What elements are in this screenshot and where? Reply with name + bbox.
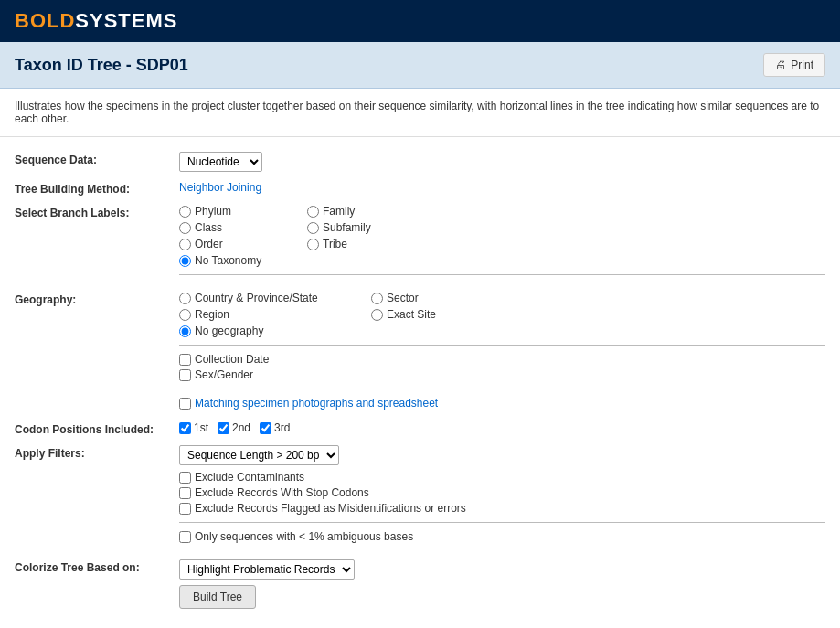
title-bar: Taxon ID Tree - SDP01 🖨 Print	[0, 42, 840, 89]
exclude-contaminants-label[interactable]: Exclude Contaminants	[179, 471, 825, 484]
geo-grid: Country & Province/State Sector Region E…	[179, 292, 825, 321]
radio-order[interactable]: Order	[179, 238, 298, 250]
no-geography-row: No geography	[179, 325, 825, 337]
radio-sector-input[interactable]	[371, 293, 383, 304]
radio-phylum-label: Phylum	[195, 205, 231, 218]
description-text: Illustrates how the specimens in the pro…	[15, 100, 819, 125]
description: Illustrates how the specimens in the pro…	[0, 89, 840, 137]
radio-region-input[interactable]	[179, 309, 191, 321]
collection-date-checkbox[interactable]	[179, 354, 191, 366]
tree-building-method-row: Tree Building Method: Neighbor Joining	[15, 181, 825, 196]
radio-family-input[interactable]	[307, 206, 319, 218]
separator-1	[179, 274, 825, 275]
radio-exact-site-input[interactable]	[371, 309, 383, 321]
exclude-flagged-checkbox[interactable]	[179, 503, 191, 515]
colorize-row: Colorize Tree Based on: Highlight Proble…	[15, 559, 825, 609]
radio-no-geography-input[interactable]	[179, 325, 191, 337]
sequence-data-select[interactable]: Nucleotide Amino Acid	[179, 152, 262, 172]
radio-class[interactable]: Class	[179, 221, 298, 234]
only-sequences-label[interactable]: Only sequences with < 1% ambiguous bases	[179, 530, 825, 543]
matching-link[interactable]: Matching specimen photographs and spread…	[195, 397, 438, 410]
radio-order-input[interactable]	[179, 239, 191, 250]
sex-gender-checkbox-label[interactable]: Sex/Gender	[179, 368, 825, 381]
exclude-stop-codons-label[interactable]: Exclude Records With Stop Codons	[179, 486, 825, 499]
radio-exact-site[interactable]: Exact Site	[371, 308, 517, 321]
colorize-select[interactable]: Highlight Problematic Records Taxonomy G…	[179, 559, 355, 580]
codon-2nd-text: 2nd	[232, 421, 250, 434]
filter-select-row: Sequence Length > 200 bp Sequence Length…	[179, 445, 825, 465]
collection-date-checkbox-label[interactable]: Collection Date	[179, 353, 825, 366]
radio-phylum[interactable]: Phylum	[179, 205, 298, 218]
exclude-contaminants-text: Exclude Contaminants	[195, 471, 304, 484]
separator-2	[179, 345, 825, 346]
print-button[interactable]: 🖨 Print	[763, 53, 825, 77]
logo-systems: SYSTEMS	[75, 9, 177, 33]
sex-gender-text: Sex/Gender	[195, 368, 253, 381]
radio-subfamily-label: Subfamily	[323, 221, 371, 234]
radio-order-label: Order	[195, 238, 223, 250]
exclude-stop-codons-text: Exclude Records With Stop Codons	[195, 486, 369, 499]
radio-subfamily-input[interactable]	[307, 222, 319, 234]
app-header: BOLDSYSTEMS	[0, 0, 840, 42]
radio-tribe-label: Tribe	[323, 238, 347, 250]
colorize-select-row: Highlight Problematic Records Taxonomy G…	[179, 559, 825, 580]
radio-phylum-input[interactable]	[179, 206, 191, 218]
radio-no-geography[interactable]: No geography	[179, 325, 263, 337]
branch-labels-grid: Phylum Family Class Subfamily Order	[179, 205, 825, 250]
matching-checkbox[interactable]	[179, 398, 191, 410]
codon-2nd-label[interactable]: 2nd	[218, 421, 250, 434]
codon-3rd-label[interactable]: 3rd	[260, 421, 290, 434]
radio-country[interactable]: Country & Province/State	[179, 292, 362, 304]
codon-3rd-checkbox[interactable]	[260, 422, 271, 434]
exclude-stop-codons-checkbox[interactable]	[179, 487, 191, 499]
branch-labels-value: Phylum Family Class Subfamily Order	[179, 205, 825, 282]
apply-filters-row: Apply Filters: Sequence Length > 200 bp …	[15, 445, 825, 550]
filter-select[interactable]: Sequence Length > 200 bp Sequence Length…	[179, 445, 339, 465]
codon-1st-checkbox[interactable]	[179, 422, 191, 434]
radio-sector[interactable]: Sector	[371, 292, 517, 304]
radio-no-taxonomy[interactable]: No Taxonomy	[179, 254, 261, 267]
print-label: Print	[791, 59, 813, 71]
sequence-data-value: Nucleotide Amino Acid	[179, 152, 825, 172]
geography-row: Geography: Country & Province/State Sect…	[15, 292, 825, 412]
codon-positions-row: Codon Positions Included: 1st 2nd 3rd	[15, 421, 825, 436]
geography-value: Country & Province/State Sector Region E…	[179, 292, 825, 412]
sequence-data-label: Sequence Data:	[15, 152, 179, 166]
branch-labels-label: Select Branch Labels:	[15, 205, 179, 219]
radio-class-input[interactable]	[179, 222, 191, 234]
radio-no-taxonomy-input[interactable]	[179, 255, 191, 267]
exclude-contaminants-checkbox[interactable]	[179, 472, 191, 484]
codon-3rd-text: 3rd	[274, 421, 290, 434]
no-taxonomy-row: No Taxonomy	[179, 254, 825, 267]
codon-2nd-checkbox[interactable]	[218, 422, 229, 434]
printer-icon: 🖨	[775, 59, 786, 71]
build-tree-button[interactable]: Build Tree	[179, 585, 256, 609]
radio-no-taxonomy-label: No Taxonomy	[195, 254, 261, 267]
exclude-flagged-label[interactable]: Exclude Records Flagged as Misidentifica…	[179, 502, 825, 515]
radio-no-geography-label: No geography	[195, 325, 263, 337]
collection-date-text: Collection Date	[195, 353, 269, 366]
radio-family-label: Family	[323, 205, 355, 218]
radio-country-input[interactable]	[179, 293, 191, 304]
neighbor-joining-text: Neighbor Joining	[179, 181, 261, 194]
logo-bold: BOLD	[15, 9, 75, 33]
sex-gender-checkbox[interactable]	[179, 369, 191, 381]
radio-tribe[interactable]: Tribe	[307, 238, 444, 250]
radio-subfamily[interactable]: Subfamily	[307, 221, 444, 234]
geography-label: Geography:	[15, 292, 179, 306]
tree-building-method-label: Tree Building Method:	[15, 181, 179, 196]
radio-tribe-input[interactable]	[307, 239, 319, 250]
branch-labels-row: Select Branch Labels: Phylum Family Clas…	[15, 205, 825, 282]
main-content: Sequence Data: Nucleotide Amino Acid Tre…	[0, 137, 840, 628]
tree-building-method-value: Neighbor Joining	[179, 181, 825, 194]
colorize-label: Colorize Tree Based on:	[15, 559, 179, 574]
codon-1st-text: 1st	[194, 421, 208, 434]
only-sequences-checkbox[interactable]	[179, 531, 191, 543]
radio-region[interactable]: Region	[179, 308, 362, 321]
radio-family[interactable]: Family	[307, 205, 444, 218]
colorize-value: Highlight Problematic Records Taxonomy G…	[179, 559, 825, 609]
apply-filters-value: Sequence Length > 200 bp Sequence Length…	[179, 445, 825, 550]
separator-4	[179, 522, 825, 523]
codon-1st-label[interactable]: 1st	[179, 421, 208, 434]
matching-checkbox-label[interactable]: Matching specimen photographs and spread…	[179, 397, 825, 410]
